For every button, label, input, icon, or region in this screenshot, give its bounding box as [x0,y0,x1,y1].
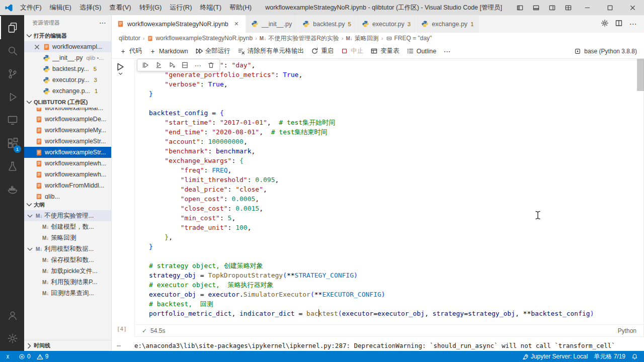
python-icon [251,20,259,28]
tab-4[interactable]: exchange.py1 [416,15,479,33]
run-above-button[interactable] [155,61,163,69]
menu-edit[interactable]: 编辑(E) [46,0,75,15]
outline-item[interactable]: M↓创建模型，数... [24,221,111,232]
maximize-button[interactable] [599,0,621,15]
output-collapse-icon[interactable]: ⋯ [112,342,134,349]
run-below-button[interactable] [168,61,176,69]
cell-position[interactable]: 单元格 7/19 [591,351,628,362]
open-editor-item[interactable]: backtest.py...5 [24,63,111,74]
restart-button[interactable]: 重启 [307,45,337,57]
outline-item[interactable]: M↓策略回测 [24,232,111,243]
clear-all-outputs-button[interactable]: 清除所有单元格输出 [234,45,308,57]
layout-panel-button[interactable] [528,0,544,15]
file-item[interactable]: workflowexampleStr... [24,147,111,158]
problems-warnings[interactable]: 9 [34,351,52,362]
activitybar-extensions[interactable]: 1 [0,132,24,155]
cell-editor: ⋯ "time_per_step": "day", "generate_port… [134,60,644,337]
outline-item[interactable]: M↓不使用实验管理... [24,210,111,221]
kernel-picker[interactable]: base (Python 3.8.8) [574,48,644,55]
timeline-header[interactable]: 时间线 [24,340,111,351]
outline-header[interactable]: 大纲 [24,199,111,210]
cell-language[interactable]: Python [618,327,636,334]
activitybar-docker[interactable] [0,178,24,201]
menu-run[interactable]: 运行(R) [166,0,196,15]
workspace-header[interactable]: QLIBTUTOR (工作区) [24,97,111,108]
file-item[interactable]: workflowFromMiddl... [24,180,111,191]
file-item[interactable]: workflowexamplewh... [24,169,111,180]
add-code-button[interactable]: +代码 [116,45,145,57]
open-editor-item[interactable]: __init__.pyqlib •... [24,52,111,63]
problems-errors[interactable]: 0 [16,351,34,362]
jupyter-server[interactable]: Jupyter Server: Local [519,351,591,362]
layout-sidebar-left-button[interactable] [512,0,528,15]
outline-item[interactable]: M↓利用模型和数据... [24,243,111,254]
notebook-cell: [4] ⋯ "time_per_step": "day", "generate_… [112,60,644,337]
tab-0[interactable]: workflowexampleStrategyNoR.ipynb✕ [112,15,246,33]
menu-help[interactable]: 帮助(H) [225,0,256,15]
activitybar-remote-explorer[interactable] [0,109,24,132]
layout-sidebar-right-button[interactable] [544,0,560,15]
activitybar-explorer[interactable] [0,16,24,39]
code-editor[interactable]: "time_per_step": "day", "generate_portfo… [135,60,643,324]
tab-1[interactable]: __init__.py [246,15,297,33]
file-item[interactable]: workflowexamplewh... [24,158,111,169]
breadcrumb-item-2[interactable]: M↓不使用实验管理器R的实验 [260,34,339,43]
activitybar-run-debug[interactable] [0,85,24,109]
file-item[interactable]: workflowexampleDe... [24,114,111,125]
outline-item[interactable]: M↓加载pickle文件... [24,265,111,277]
tab-2[interactable]: backtest.py5 [297,15,357,33]
activitybar-testing[interactable] [0,155,24,178]
split-cell-button[interactable] [181,61,189,69]
open-editor-item[interactable]: exchange.p...1 [24,85,111,97]
notebook-icon [35,182,43,190]
add-markdown-button[interactable]: +Markdown [145,45,192,57]
more-button[interactable]: ⋯ [626,20,640,29]
outline-item[interactable]: M↓回测结果查询... [24,288,111,299]
trash-button[interactable] [207,61,215,69]
menu-selection[interactable]: 选择(S) [75,0,105,15]
activitybar-search[interactable] [0,39,24,62]
breadcrumb-item-0[interactable]: qlibtutor [119,35,140,42]
run-cell-button[interactable] [115,62,125,72]
layout-custom-button[interactable] [560,0,576,15]
minimize-button[interactable] [576,0,599,15]
outline-item[interactable]: M↓利用预测结果P... [24,277,111,288]
activitybar-account[interactable] [0,304,24,327]
more-button[interactable]: ⋯ [194,61,202,69]
menu-file[interactable]: 文件(F) [16,0,46,15]
tab-3[interactable]: executor.py3 [357,15,416,33]
breadcrumb-item-4[interactable]: FREQ = "day" [386,35,432,42]
file-item[interactable]: qlib... [24,191,111,199]
outline-item[interactable]: M↓保存模型和数... [24,254,111,265]
close-button[interactable] [621,0,644,15]
remote-indicator[interactable] [0,351,16,362]
gear-button[interactable] [598,19,612,29]
variables-button[interactable]: 变量表 [367,45,403,57]
run-by-line-button[interactable] [142,61,149,69]
outline-button[interactable]: Outline [403,45,440,57]
close-tab-icon[interactable]: ✕ [232,20,240,28]
run-all-button[interactable]: 全部运行 [192,45,234,57]
menu-terminal[interactable]: 终端(T) [196,0,225,15]
breadcrumb-item-1[interactable]: workflowexampleStrategyNoR.ipynb [147,35,253,42]
split-editor-icon [615,19,623,27]
file-item[interactable]: workflowexampleal... [24,108,111,114]
open-editor-item[interactable]: executor.py...3 [24,74,111,85]
open-editor-item[interactable]: workflowexampl... [24,41,111,52]
run-options-chevron-icon[interactable] [118,71,123,76]
file-item[interactable]: workflowexampleStr... [24,136,111,147]
sidebar-more-icon[interactable]: ⋯ [99,19,106,27]
activitybar-source-control[interactable] [0,62,24,85]
menu-view[interactable]: 查看(V) [105,0,135,15]
vertical-scrollbar[interactable] [637,59,644,91]
notifications[interactable] [628,351,641,362]
interrupt-button[interactable]: 中止 [337,45,367,57]
more-actions-button[interactable]: ⋯ [440,45,454,57]
open-editors-header[interactable]: 打开的编辑器 [24,30,111,41]
breadcrumb-item-3[interactable]: M↓策略回测 [346,34,378,43]
split-editor-button[interactable] [612,19,626,29]
activitybar-settings[interactable] [0,327,24,350]
menu-go[interactable]: 转到(G) [135,0,166,15]
file-item[interactable]: workflowexampleMy... [24,125,111,136]
code-line: "close_cost": 0.0015, [149,204,643,213]
